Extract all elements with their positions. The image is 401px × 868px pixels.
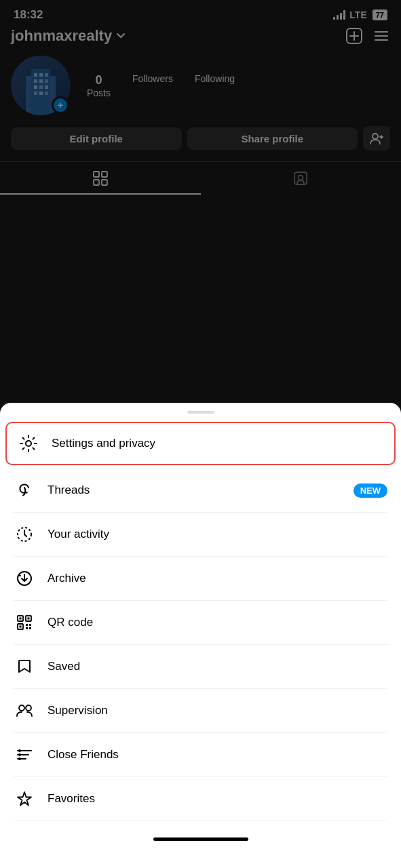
settings-label: Settings and privacy bbox=[52, 437, 383, 450]
qr-code-label: QR code bbox=[47, 616, 387, 629]
bottom-sheet: Settings and privacy Threads NEW Your ac… bbox=[0, 403, 401, 868]
menu-item-saved[interactable]: Saved bbox=[0, 645, 401, 688]
svg-rect-44 bbox=[29, 627, 31, 629]
activity-icon bbox=[14, 524, 35, 545]
threads-new-badge: NEW bbox=[354, 484, 387, 498]
menu-item-threads[interactable]: Threads NEW bbox=[0, 469, 401, 512]
menu-item-favorites[interactable]: Favorites bbox=[0, 777, 401, 821]
svg-rect-40 bbox=[20, 626, 22, 628]
svg-rect-39 bbox=[28, 618, 30, 620]
archive-label: Archive bbox=[47, 572, 387, 585]
menu-item-qr-code[interactable]: QR code bbox=[0, 601, 401, 644]
saved-icon bbox=[14, 656, 35, 677]
svg-rect-41 bbox=[26, 624, 28, 626]
menu-item-close-friends[interactable]: Close Friends bbox=[0, 733, 401, 776]
svg-point-51 bbox=[18, 753, 21, 756]
svg-point-50 bbox=[18, 749, 21, 752]
sheet-handle bbox=[0, 403, 401, 419]
svg-rect-42 bbox=[29, 624, 31, 626]
svg-point-30 bbox=[26, 441, 31, 446]
svg-rect-43 bbox=[26, 627, 28, 629]
threads-icon bbox=[14, 479, 35, 501]
supervision-label: Supervision bbox=[47, 704, 387, 717]
svg-point-31 bbox=[26, 492, 27, 493]
home-indicator bbox=[153, 837, 248, 841]
qr-icon bbox=[14, 612, 35, 633]
saved-label: Saved bbox=[47, 660, 387, 673]
archive-icon bbox=[14, 568, 35, 589]
menu-item-archive[interactable]: Archive bbox=[0, 557, 401, 600]
svg-rect-38 bbox=[20, 618, 22, 620]
favorites-label: Favorites bbox=[47, 792, 387, 806]
svg-point-45 bbox=[19, 705, 24, 711]
svg-point-46 bbox=[26, 705, 31, 711]
drag-handle bbox=[187, 411, 214, 414]
favorites-icon bbox=[14, 788, 35, 810]
supervision-icon bbox=[14, 700, 35, 722]
svg-point-52 bbox=[18, 757, 21, 760]
your-activity-label: Your activity bbox=[47, 528, 387, 541]
menu-item-settings[interactable]: Settings and privacy bbox=[5, 422, 396, 465]
close-friends-label: Close Friends bbox=[47, 748, 387, 762]
close-friends-icon bbox=[14, 744, 35, 766]
menu-item-supervision[interactable]: Supervision bbox=[0, 689, 401, 732]
menu-item-your-activity[interactable]: Your activity bbox=[0, 513, 401, 556]
settings-icon bbox=[18, 433, 39, 454]
threads-label: Threads bbox=[47, 484, 341, 497]
